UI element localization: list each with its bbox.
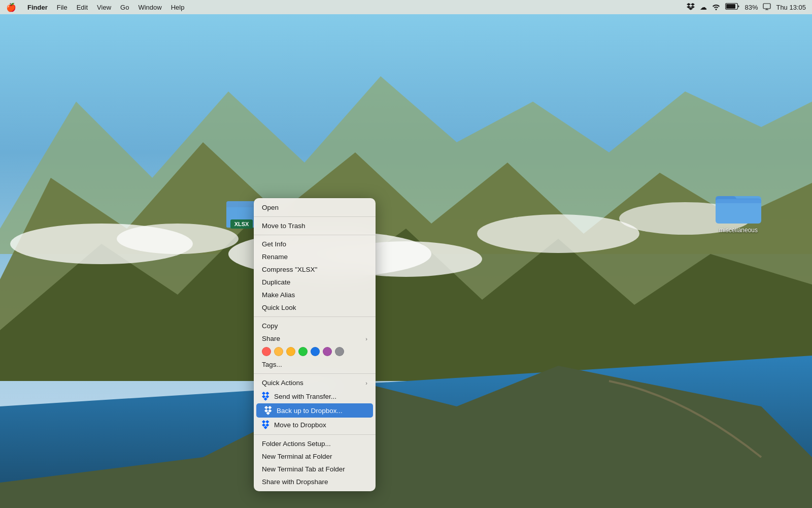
menu-item-quick-look[interactable]: Quick Look bbox=[254, 301, 376, 314]
menu-item-copy[interactable]: Copy bbox=[254, 320, 376, 332]
menu-edit[interactable]: Edit bbox=[77, 4, 88, 11]
menu-item-move-to-dropbox[interactable]: Move to Dropbox bbox=[254, 418, 376, 432]
menu-item-new-terminal-tab[interactable]: New Terminal Tab at Folder bbox=[254, 463, 376, 475]
cloud-menubar-icon[interactable]: ☁ bbox=[700, 3, 707, 11]
dropbox-icon bbox=[264, 406, 274, 415]
menubar: 🍎 Finder File Edit View Go Window Help ☁ bbox=[0, 0, 812, 14]
svg-text:XLSX: XLSX bbox=[234, 221, 249, 227]
battery-percent: 83% bbox=[745, 4, 758, 11]
menu-item-make-alias[interactable]: Make Alias bbox=[254, 289, 376, 301]
app-name[interactable]: Finder bbox=[27, 4, 48, 11]
tag-orange[interactable] bbox=[274, 347, 283, 356]
menu-file[interactable]: File bbox=[57, 4, 67, 11]
color-tags-row bbox=[254, 345, 376, 358]
wifi-menubar-icon[interactable] bbox=[712, 3, 720, 12]
battery-menubar-icon[interactable] bbox=[725, 3, 739, 11]
screen-icon[interactable] bbox=[763, 3, 771, 12]
folder-icon-miscellaneous bbox=[716, 188, 761, 225]
desktop-folder-miscellaneous[interactable]: miscellaneous bbox=[716, 188, 761, 234]
dropbox-menubar-icon[interactable] bbox=[687, 3, 695, 12]
separator-5 bbox=[254, 434, 376, 435]
separator-2 bbox=[254, 235, 376, 235]
menu-item-tags[interactable]: Tags... bbox=[254, 358, 376, 371]
apple-menu[interactable]: 🍎 bbox=[6, 3, 16, 12]
context-menu: Open Move to Trash Get Info Rename Compr… bbox=[254, 198, 376, 491]
menu-go[interactable]: Go bbox=[120, 4, 129, 11]
menu-item-send-transfer[interactable]: Send with Transfer... bbox=[254, 389, 376, 403]
tag-yellow[interactable] bbox=[286, 347, 295, 356]
svg-point-8 bbox=[477, 214, 639, 253]
menu-item-move-to-trash[interactable]: Move to Trash bbox=[254, 219, 376, 232]
folder-label-miscellaneous: miscellaneous bbox=[719, 227, 758, 234]
share-chevron: › bbox=[365, 336, 367, 342]
tag-red[interactable] bbox=[262, 347, 271, 356]
move-dropbox-icon bbox=[262, 420, 271, 429]
separator-3 bbox=[254, 316, 376, 317]
tag-purple[interactable] bbox=[323, 347, 332, 356]
svg-point-5 bbox=[117, 224, 239, 254]
menu-item-compress[interactable]: Compress "XLSX" bbox=[254, 263, 376, 276]
svg-rect-21 bbox=[716, 199, 761, 224]
separator-1 bbox=[254, 216, 376, 217]
send-transfer-icon bbox=[262, 392, 271, 401]
menu-item-back-up-dropbox[interactable]: Back up to Dropbox... bbox=[256, 403, 373, 418]
menu-item-rename[interactable]: Rename bbox=[254, 250, 376, 263]
menu-window[interactable]: Window bbox=[138, 4, 161, 11]
menu-item-duplicate[interactable]: Duplicate bbox=[254, 276, 376, 289]
menu-item-new-terminal-folder[interactable]: New Terminal at Folder bbox=[254, 450, 376, 463]
desktop: 🍎 Finder File Edit View Go Window Help ☁ bbox=[0, 0, 812, 508]
menu-item-get-info[interactable]: Get Info bbox=[254, 238, 376, 250]
menu-help[interactable]: Help bbox=[171, 4, 185, 11]
tag-blue[interactable] bbox=[311, 347, 320, 356]
menu-item-quick-actions[interactable]: Quick Actions › bbox=[254, 376, 376, 389]
svg-rect-14 bbox=[763, 4, 770, 9]
menu-item-open[interactable]: Open bbox=[254, 201, 376, 214]
separator-4 bbox=[254, 373, 376, 374]
tag-gray[interactable] bbox=[335, 347, 344, 356]
tag-green[interactable] bbox=[298, 347, 308, 356]
datetime[interactable]: Thu 13:05 bbox=[776, 4, 806, 11]
menu-view[interactable]: View bbox=[97, 4, 111, 11]
menu-item-share[interactable]: Share › bbox=[254, 332, 376, 345]
menu-item-share-dropshare[interactable]: Share with Dropshare bbox=[254, 475, 376, 488]
svg-rect-13 bbox=[726, 4, 735, 9]
quick-actions-chevron: › bbox=[365, 380, 367, 386]
menu-item-folder-actions-setup[interactable]: Folder Actions Setup... bbox=[254, 437, 376, 450]
